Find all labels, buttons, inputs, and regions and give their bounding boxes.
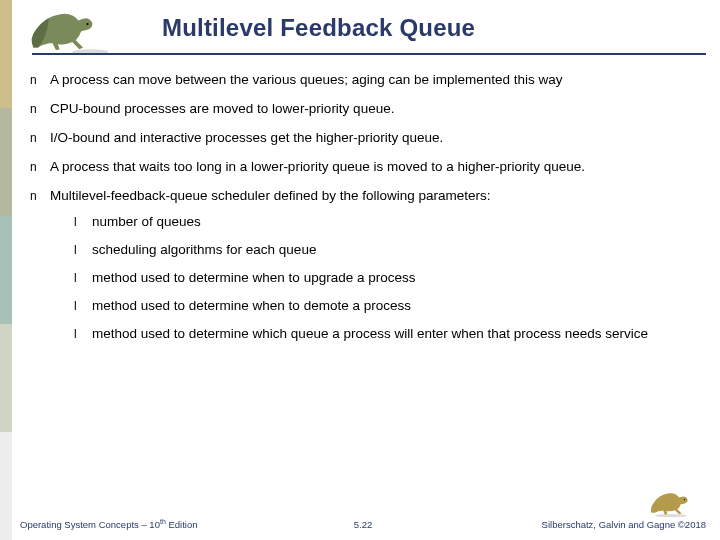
bullet-marker: n (30, 159, 50, 176)
bullet-marker: n (30, 72, 50, 89)
list-item: n A process can move between the various… (30, 72, 702, 89)
bullet-marker: l (74, 270, 92, 287)
bullet-marker: n (30, 188, 50, 354)
list-item: n Multilevel-feedback-queue scheduler de… (30, 188, 702, 354)
svg-point-1 (86, 23, 88, 25)
svg-point-2 (655, 514, 687, 517)
slide-title: Multilevel Feedback Queue (162, 14, 475, 42)
list-item: lmethod used to determine when to demote… (74, 298, 702, 315)
list-item: n CPU-bound processes are moved to lower… (30, 101, 702, 118)
list-item-text: Multilevel-feedback-queue scheduler defi… (50, 188, 491, 203)
bullet-marker: l (74, 242, 92, 259)
bullet-marker: n (30, 101, 50, 118)
list-item-text: number of queues (92, 214, 702, 231)
footer-copyright: Silberschatz, Galvin and Gagne ©2018 (542, 519, 706, 530)
bullet-marker: l (74, 326, 92, 343)
bullet-marker: l (74, 298, 92, 315)
list-item-text: CPU-bound processes are moved to lower-p… (50, 101, 702, 118)
dinosaur-icon (648, 488, 690, 518)
sub-list: lnumber of queues lscheduling algorithms… (74, 214, 702, 342)
footer-left: Operating System Concepts – 10th Edition (20, 518, 197, 530)
list-item: lmethod used to determine which queue a … (74, 326, 702, 343)
list-item: n A process that waits too long in a low… (30, 159, 702, 176)
slide-body: n A process can move between the various… (30, 72, 702, 366)
list-item: lnumber of queues (74, 214, 702, 231)
bullet-marker: l (74, 214, 92, 231)
list-item-text: I/O-bound and interactive processes get … (50, 130, 702, 147)
list-item-text: method used to determine when to demote … (92, 298, 702, 315)
bullet-marker: n (30, 130, 50, 147)
list-item-text: method used to determine which queue a p… (92, 326, 702, 343)
title-underline (32, 53, 706, 55)
slide-header: Multilevel Feedback Queue (12, 0, 720, 60)
footer-page-number: 5.22 (354, 519, 373, 530)
dinosaur-icon (20, 2, 110, 57)
list-item-text: A process can move between the various q… (50, 72, 702, 89)
list-item-text: scheduling algorithms for each queue (92, 242, 702, 259)
list-item-text: method used to determine when to upgrade… (92, 270, 702, 287)
svg-point-3 (684, 499, 685, 500)
sidebar-color-strip (0, 0, 12, 540)
list-item: n I/O-bound and interactive processes ge… (30, 130, 702, 147)
list-item: lscheduling algorithms for each queue (74, 242, 702, 259)
list-item: lmethod used to determine when to upgrad… (74, 270, 702, 287)
list-item-text: A process that waits too long in a lower… (50, 159, 702, 176)
